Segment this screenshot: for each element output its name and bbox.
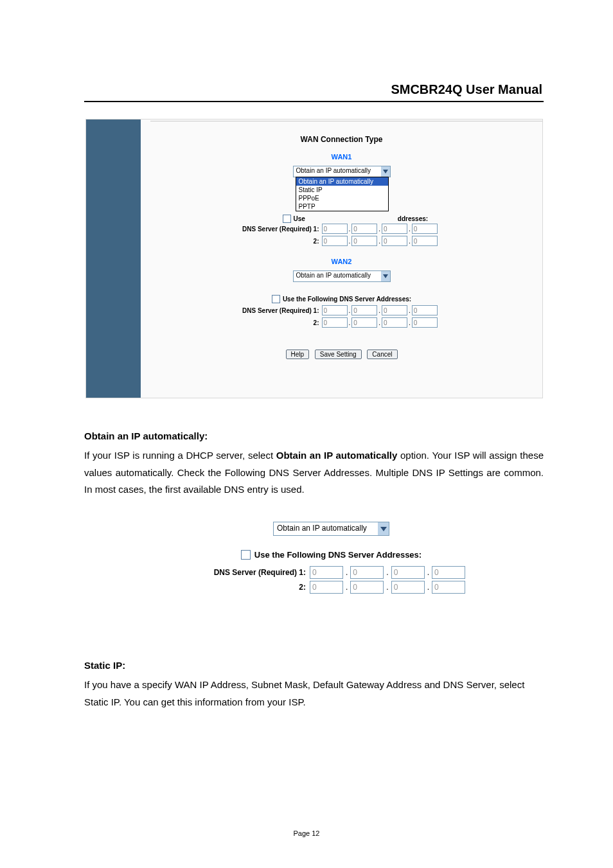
dot: .	[384, 583, 391, 592]
dot: .	[407, 238, 412, 245]
wan2-dns2-label: 2:	[207, 319, 322, 326]
dns1-label: DNS Server (Required) 1:	[190, 568, 310, 577]
cancel-button[interactable]: Cancel	[367, 350, 397, 359]
dot: .	[348, 307, 352, 314]
dd-option-obtain-ip[interactable]: Obtain an IP automatically	[296, 177, 388, 186]
heading-static-ip-text: Static IP:	[84, 660, 125, 671]
obtain-p-a: If your ISP is running a DHCP server, se…	[84, 450, 276, 461]
save-setting-button[interactable]: Save Setting	[315, 350, 362, 359]
dot: .	[377, 319, 382, 326]
dns1-octet3[interactable]	[391, 566, 425, 579]
wan2-dns2-octet3[interactable]	[382, 317, 407, 328]
wan2-use-following-label: Use the Following DNS Server Addresses:	[283, 296, 411, 303]
wan1-select-value: Obtain an IP automatically	[294, 166, 381, 177]
wan2-connection-type-select[interactable]: Obtain an IP automatically	[293, 270, 391, 282]
dns2-octet4[interactable]	[432, 581, 465, 594]
wan2-dns2-octet4[interactable]	[412, 317, 438, 328]
wan1-dns2-octet1[interactable]	[322, 236, 348, 246]
colon: :	[204, 430, 208, 441]
dot: .	[407, 319, 412, 326]
wan2-dns1-octet2[interactable]	[351, 305, 377, 315]
panel-title: WAN Connection Type	[141, 135, 542, 144]
heading-obtain-ip: Obtain an IP automatically:	[84, 428, 544, 445]
wan2-dns1-octet3[interactable]	[382, 305, 407, 315]
page-number: Page 12	[0, 829, 613, 837]
dns1-octet4[interactable]	[432, 566, 465, 579]
dot: .	[384, 568, 391, 577]
wan1-use-following-suffix: ddresses:	[398, 215, 428, 222]
dot: .	[348, 319, 352, 326]
dot: .	[377, 307, 382, 314]
use-following-dns-checkbox[interactable]	[241, 550, 251, 560]
dot: .	[348, 226, 352, 233]
dns2-octet2[interactable]	[350, 581, 384, 594]
dd-option-static-ip[interactable]: Static IP	[296, 186, 388, 194]
wan2-select-value: Obtain an IP automatically	[294, 271, 381, 281]
sidebar-nav	[86, 120, 141, 398]
dot: .	[407, 226, 412, 233]
heading-obtain-ip-text: Obtain an IP automatically	[84, 430, 204, 441]
chevron-down-icon	[381, 166, 390, 177]
dot: .	[343, 568, 350, 577]
wan1-dns2-label: 2:	[207, 238, 322, 245]
wan1-dns2-octet2[interactable]	[351, 236, 377, 246]
screenshot-obtain-ip-detail: Obtain an IP automatically Use the Follo…	[190, 522, 472, 624]
dot: .	[348, 238, 352, 245]
wan2-dns1-octet1[interactable]	[322, 305, 348, 315]
dns2-octet3[interactable]	[391, 581, 425, 594]
wan1-heading: WAN1	[141, 153, 542, 161]
use-following-dns-label: Use the Following DNS Server Addresses:	[254, 550, 422, 560]
wan1-dns1-octet1[interactable]	[322, 224, 348, 234]
dns1-octet2[interactable]	[350, 566, 384, 579]
wan1-connection-type-dropdown[interactable]: Obtain an IP automatically Static IP PPP…	[296, 177, 389, 211]
screenshot-wan-connection-type: WAN Connection Type WAN1 Obtain an IP au…	[85, 119, 543, 398]
dot: .	[377, 226, 382, 233]
connection-type-select[interactable]: Obtain an IP automatically	[273, 522, 389, 536]
header-rule	[84, 101, 544, 102]
wan1-use-following-prefix: Use	[294, 215, 305, 222]
wan1-dns1-octet3[interactable]	[382, 224, 407, 234]
doc-title: SMCBR24Q User Manual	[391, 82, 542, 97]
wan2-dns1-octet4[interactable]	[412, 305, 438, 315]
wan2-dns2-octet2[interactable]	[351, 317, 377, 328]
dot: .	[343, 583, 350, 592]
dd-option-pptp[interactable]: PPTP	[296, 202, 388, 211]
wan1-dns1-octet2[interactable]	[351, 224, 377, 234]
dns2-octet1[interactable]	[310, 581, 343, 594]
help-button[interactable]: Help	[286, 350, 310, 359]
wan1-dns2-octet4[interactable]	[412, 236, 438, 246]
dot: .	[377, 238, 382, 245]
wan1-connection-type-select[interactable]: Obtain an IP automatically	[293, 166, 391, 177]
dd-option-pppoe[interactable]: PPPoE	[296, 194, 388, 202]
dot: .	[407, 307, 412, 314]
wan2-dns1-label: DNS Server (Required) 1:	[207, 307, 322, 314]
wan1-use-following-dns-checkbox[interactable]	[283, 215, 291, 223]
dns1-octet1[interactable]	[310, 566, 343, 579]
dot: .	[425, 568, 432, 577]
obtain-p-bold: Obtain an IP automatically	[276, 450, 398, 461]
wan2-dns2-octet1[interactable]	[322, 317, 348, 328]
wan1-dns2-octet3[interactable]	[382, 236, 407, 246]
dot: .	[425, 583, 432, 592]
wan2-heading: WAN2	[141, 258, 542, 265]
chevron-down-icon	[381, 271, 390, 281]
heading-static-ip: Static IP:	[84, 657, 544, 675]
wan1-dns1-label: DNS Server (Required) 1:	[207, 226, 322, 233]
wan2-use-following-dns-checkbox[interactable]	[272, 295, 280, 303]
select-value: Obtain an IP automatically	[274, 522, 378, 535]
paragraph-static-ip: If you have a specify WAN IP Address, Su…	[84, 677, 544, 711]
chevron-down-icon	[378, 522, 389, 535]
paragraph-obtain-ip: If your ISP is running a DHCP server, se…	[84, 447, 544, 499]
wan1-dns1-octet4[interactable]	[412, 224, 438, 234]
dns2-label: 2:	[190, 583, 310, 592]
